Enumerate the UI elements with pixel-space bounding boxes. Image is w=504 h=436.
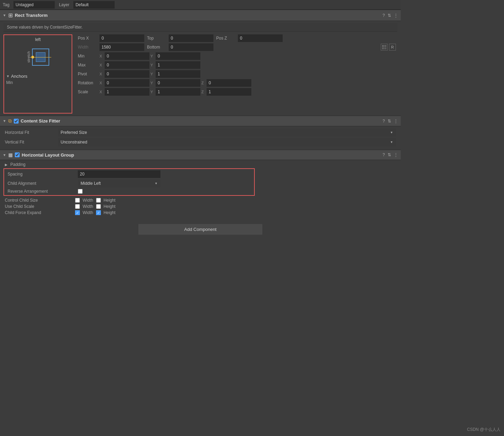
scale-y-input[interactable] <box>156 88 200 96</box>
add-component-button[interactable]: Add Component <box>138 224 262 235</box>
horizontal-fit-wrapper[interactable]: Unconstrained Min Size Preferred Size <box>58 128 396 137</box>
use-child-scale-height-checkbox[interactable] <box>96 204 101 209</box>
posz-group: Pos Z <box>216 34 283 42</box>
settings-icon[interactable]: ⇅ <box>388 13 391 18</box>
top-group: Top <box>147 34 213 42</box>
hlg-chevron[interactable]: ▼ <box>3 153 6 157</box>
anchors-min-label: Min <box>6 80 27 85</box>
anchors-min-row-label: Min <box>78 54 98 59</box>
rect-transform-header: ▼ ⊞ Rect Transform ? ⇅ ⋮ <box>0 10 401 21</box>
rect-transform-chevron[interactable]: ▼ <box>3 13 6 17</box>
horizontal-fit-row: Horizontal Fit Unconstrained Min Size Pr… <box>3 128 397 137</box>
child-alignment-row: Child Alignment Upper Left Upper Center … <box>6 179 252 188</box>
bottom-input[interactable] <box>169 43 213 51</box>
anchors-max-label: Max <box>78 63 98 67</box>
horizontal-fit-label: Horizontal Fit <box>5 130 56 135</box>
rot-y-axis: Y <box>150 81 155 85</box>
hlg-header-icons: ? ⇅ ⋮ <box>382 152 398 157</box>
rot-z-axis: Z <box>201 81 206 85</box>
dots-button[interactable] <box>381 44 388 51</box>
posx-input[interactable] <box>99 34 144 42</box>
rotation-y-input[interactable] <box>156 79 200 87</box>
hlg-title: Horizontal Layout Group <box>22 152 380 158</box>
posz-input[interactable] <box>238 34 283 42</box>
hlg-settings-icon[interactable]: ⇅ <box>388 152 391 157</box>
pivot-x-input[interactable] <box>105 70 149 78</box>
csf-more-icon[interactable]: ⋮ <box>394 119 398 124</box>
posx-group: Pos X <box>78 34 144 42</box>
help-icon[interactable]: ? <box>382 13 385 18</box>
pivot-x-axis: X <box>99 72 104 76</box>
hlg-enabled-checkbox[interactable] <box>15 152 20 157</box>
info-message: Some values driven by ContentSizeFitter. <box>3 23 397 32</box>
control-child-height-checkbox[interactable] <box>96 198 101 203</box>
anchors-max-group: Max X Y <box>78 61 200 69</box>
more-icon[interactable]: ⋮ <box>394 13 398 18</box>
scale-x-input[interactable] <box>105 88 149 96</box>
anchor-dot-left <box>31 56 34 59</box>
hlg-body: ▶ Padding Spacing Child Alignment Upper … <box>0 160 401 219</box>
scale-group: Scale X Y Z <box>78 88 251 96</box>
size-row: Width Bottom R <box>76 43 397 51</box>
rect-props-grid: Pos X Top Pos Z Wid <box>76 34 397 97</box>
bottom-group: Bottom <box>147 43 213 51</box>
anchors-title: ▼ Anchors <box>6 74 70 79</box>
top-input[interactable] <box>169 34 213 42</box>
pivot-label: Pivot <box>78 72 98 76</box>
min-y-axis: Y <box>150 54 155 58</box>
reverse-arrangement-row: Reverse Arrangement <box>6 189 252 194</box>
child-alignment-label: Child Alignment <box>8 181 76 186</box>
padding-collapse-arrow[interactable]: ▶ <box>5 163 8 167</box>
rotation-row: Rotation X Y Z <box>76 79 397 87</box>
anchors-min-x-input[interactable] <box>105 52 149 60</box>
width-input[interactable] <box>99 43 144 51</box>
scale-z-input[interactable] <box>207 88 251 96</box>
anchors-max-y-input[interactable] <box>156 61 200 69</box>
anchor-preset-label: left <box>6 37 70 42</box>
pivot-y-input[interactable] <box>156 70 200 78</box>
rotation-x-input[interactable] <box>105 79 149 87</box>
scale-y-axis: Y <box>150 90 155 94</box>
csf-settings-icon[interactable]: ⇅ <box>388 119 391 124</box>
anchors-min-full-row: Min X Y <box>76 52 397 60</box>
vertical-fit-label: Vertical Fit <box>5 140 56 145</box>
force-expand-height-checked: ✓ <box>96 210 101 215</box>
anchors-chevron[interactable]: ▼ <box>6 74 10 78</box>
anchor-visual: stretch <box>6 43 70 71</box>
tag-input[interactable] <box>13 1 55 9</box>
use-child-scale-width-checkbox[interactable] <box>75 204 80 209</box>
anchors-max-x-input[interactable] <box>105 61 149 69</box>
vertical-fit-wrapper[interactable]: Unconstrained Min Size Preferred Size <box>58 138 396 146</box>
anchors-min-y-input[interactable] <box>156 52 200 60</box>
spacing-child-alignment-box: Spacing Child Alignment Upper Left Upper… <box>6 170 252 194</box>
child-alignment-select[interactable]: Upper Left Upper Center Upper Right Midd… <box>78 179 160 188</box>
control-child-width-checkbox[interactable] <box>75 198 80 203</box>
spacing-input[interactable] <box>78 170 160 178</box>
csf-enabled-checkbox[interactable] <box>14 119 19 124</box>
reverse-arrangement-label: Reverse Arrangement <box>8 189 76 194</box>
posz-label: Pos Z <box>216 36 237 41</box>
rotation-z-input[interactable] <box>207 79 251 87</box>
use-child-scale-width-label: Width <box>83 204 93 209</box>
rb-buttons: R <box>381 44 396 51</box>
pivot-row: Pivot X Y <box>76 70 397 78</box>
rect-transform-title: Rect Transform <box>15 13 380 18</box>
anchors-min-fields: Min X Y <box>78 52 396 60</box>
width-label: Width <box>78 45 98 50</box>
reverse-arrangement-checkbox[interactable] <box>78 189 83 194</box>
horizontal-fit-select[interactable]: Unconstrained Min Size Preferred Size <box>58 128 396 137</box>
force-expand-width-checked: ✓ <box>75 210 80 215</box>
hlg-help-icon[interactable]: ? <box>382 152 385 157</box>
r-button[interactable]: R <box>389 44 396 51</box>
csf-chevron[interactable]: ▼ <box>3 119 6 123</box>
layer-input[interactable] <box>73 1 115 9</box>
rot-x-axis: X <box>99 81 104 85</box>
csf-help-icon[interactable]: ? <box>382 119 385 124</box>
hlg-more-icon[interactable]: ⋮ <box>394 152 398 157</box>
child-alignment-wrapper[interactable]: Upper Left Upper Center Upper Right Midd… <box>78 179 160 188</box>
use-child-scale-row: Use Child Scale Width Height <box>3 204 397 209</box>
force-expand-height-label: Height <box>104 210 116 215</box>
control-width-label: Width <box>83 198 93 203</box>
vertical-fit-select[interactable]: Unconstrained Min Size Preferred Size <box>58 138 396 146</box>
anchor-preset-box[interactable]: left stretch ▼ Anchors Min <box>3 34 72 114</box>
